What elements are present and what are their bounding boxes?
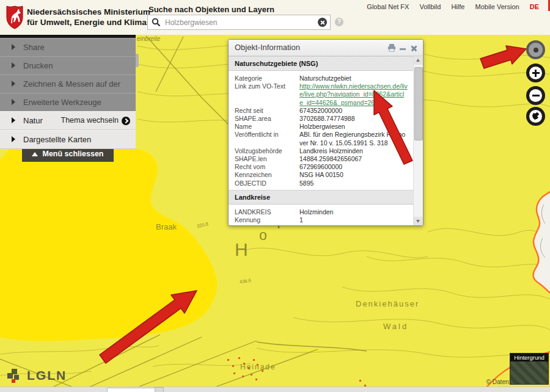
background-label: Hintergrund (510, 354, 548, 361)
map-label-wald: Wald (383, 322, 408, 331)
info-row: OBJECTID 5895 (235, 180, 408, 187)
locate-dot-icon (534, 48, 538, 53)
row-label: Recht seit (235, 107, 299, 115)
nsg-rows: Kategorie Naturschutzgebiet Link zum VO-… (229, 71, 414, 190)
minimize-icon[interactable] (400, 48, 406, 50)
sidebar-item-dargestellte-karten[interactable]: Dargestellte Karten (0, 130, 136, 149)
nav-link-vollbild[interactable]: Vollbild (420, 3, 441, 10)
nav-link-mobile[interactable]: Mobile Version (475, 3, 519, 10)
row-value: 1 (299, 216, 408, 224)
app-header: Niedersächsisches Ministerium für Umwelt… (0, 0, 550, 35)
info-row: Kennung 1 (235, 216, 408, 224)
row-value: 672969600000 (299, 163, 408, 171)
background-map-thumbnail[interactable]: Hintergrund (510, 353, 549, 385)
row-value: 3702688.74774988 (299, 115, 408, 123)
sidebar-item-label: Erweiterte Werkzeuge (23, 98, 101, 107)
menu-close-label: Menü schliessen (42, 150, 103, 158)
row-label: Veröffentlicht in (235, 131, 299, 147)
zoom-in-button[interactable] (526, 64, 545, 82)
row-label: Recht vom (235, 163, 299, 171)
sidebar-item-natur[interactable]: Natur Thema wechseln (0, 111, 136, 130)
language-badge[interactable]: DE (530, 3, 539, 10)
row-value: NSG HA 00150 (299, 171, 408, 179)
triangle-up-icon (32, 152, 38, 156)
lgln-logo-text: LGLN (27, 368, 67, 383)
print-icon[interactable] (387, 44, 396, 52)
row-label: Kategorie (235, 74, 299, 82)
vo-text-link[interactable]: http://www.nlwkn.niedersachsen.de/live/l… (299, 82, 408, 107)
lower-saxony-crest-icon (6, 5, 24, 29)
section-title-landkreise: Landkreise (229, 190, 414, 205)
info-row: Kennzeichen NSG HA 00150 (235, 171, 408, 179)
bottom-strip (0, 387, 550, 392)
row-value: ABl. für den Regierungsbezirk Hannover N… (299, 131, 408, 147)
info-row: Recht seit 674352000000 (235, 107, 408, 115)
row-label: Kennung (235, 216, 299, 224)
caret-right-icon (12, 62, 15, 68)
row-value: 5895 (299, 180, 408, 187)
row-value: 14884.259842656067 (299, 155, 408, 163)
bottom-scroll-square[interactable] (155, 387, 164, 392)
info-row: Kategorie Naturschutzgebiet (235, 74, 408, 82)
popup-title: Objekt-Information (235, 43, 300, 52)
popup-titlebar[interactable]: Objekt-Information (229, 40, 423, 56)
row-label: OBJECTID (235, 180, 299, 187)
top-nav: Global Net FX Vollbild Hilfe Mobile Vers… (358, 3, 539, 10)
sidebar-item-share[interactable]: Share (0, 38, 136, 56)
plus-icon (529, 67, 542, 79)
sidebar-item-label: Share (23, 43, 45, 52)
popup-scrollbar[interactable] (413, 56, 423, 225)
object-information-popup: Objekt-Information Naturschutzgebiete (N… (228, 39, 424, 226)
clear-search-icon[interactable] (318, 18, 327, 27)
sidebar: Share Drucken Zeichnen & Messen auf der … (0, 35, 136, 149)
scroll-up-icon[interactable] (414, 56, 423, 65)
nav-link-globalnetfx[interactable]: Global Net FX (367, 3, 409, 10)
sidebar-collapse-handle[interactable] (136, 54, 139, 67)
sidebar-item-erweiterte-werkzeuge[interactable]: Erweiterte Werkzeuge (0, 93, 136, 111)
search-box (147, 15, 331, 30)
caret-right-icon (12, 44, 15, 50)
scrollbar-thumb[interactable] (414, 67, 423, 140)
lgln-logo: LGLN (6, 367, 67, 384)
row-label: Kennzeichen (235, 171, 299, 179)
popup-body: Naturschutzgebiete (NSG) Kategorie Natur… (229, 56, 414, 225)
help-icon[interactable]: ? (335, 18, 343, 26)
caret-right-icon (12, 99, 15, 105)
info-row: Shape.len 198054.4141150476 (235, 224, 408, 225)
caret-right-icon (12, 117, 15, 123)
scroll-down-icon[interactable] (414, 217, 423, 225)
search-input[interactable] (164, 16, 313, 29)
caret-right-icon (12, 81, 15, 87)
info-row: Name Holzbergwiesen (235, 123, 408, 131)
bottom-scroll-box[interactable] (107, 388, 156, 392)
row-value: Landkreis Holzminden (299, 147, 408, 155)
map-label-hol-o: o (259, 227, 267, 244)
sidebar-item-label: Drucken (23, 61, 53, 70)
info-row: Vollzugsbehörde Landkreis Holzminden (235, 147, 408, 155)
full-extent-button[interactable] (526, 107, 545, 126)
zoom-out-button[interactable] (526, 86, 545, 105)
niedersachsen-outline-icon (529, 110, 542, 123)
info-row: Recht vom 672969600000 (235, 163, 408, 171)
thema-wechseln-link[interactable]: Thema wechseln (61, 112, 119, 129)
row-label: LANDKREIS (235, 208, 299, 216)
lgln-logo-icon (6, 367, 23, 384)
sidebar-item-label: Natur (23, 116, 43, 125)
row-label: Link zum VO-Text (235, 82, 299, 107)
search-icon (152, 18, 161, 27)
row-label: SHAPE.len (235, 155, 299, 163)
close-icon[interactable] (411, 45, 417, 51)
row-value: Holzbergwiesen (299, 123, 408, 131)
row-label: Shape.len (235, 224, 299, 225)
info-row: LANDKREIS Holzminden (235, 208, 408, 216)
chevron-circle-icon[interactable] (122, 117, 130, 125)
row-label: Name (235, 123, 299, 131)
caret-right-icon (12, 136, 15, 142)
sidebar-item-drucken[interactable]: Drucken (0, 56, 136, 74)
nav-link-hilfe[interactable]: Hilfe (451, 3, 464, 10)
row-value: Holzminden (299, 208, 408, 216)
sidebar-item-zeichnen-messen[interactable]: Zeichnen & Messen auf der Karte (0, 74, 136, 93)
search-label: Suche nach Objekten und Layern (148, 5, 274, 14)
row-value: 674352000000 (299, 107, 408, 115)
locate-button[interactable] (526, 40, 545, 59)
